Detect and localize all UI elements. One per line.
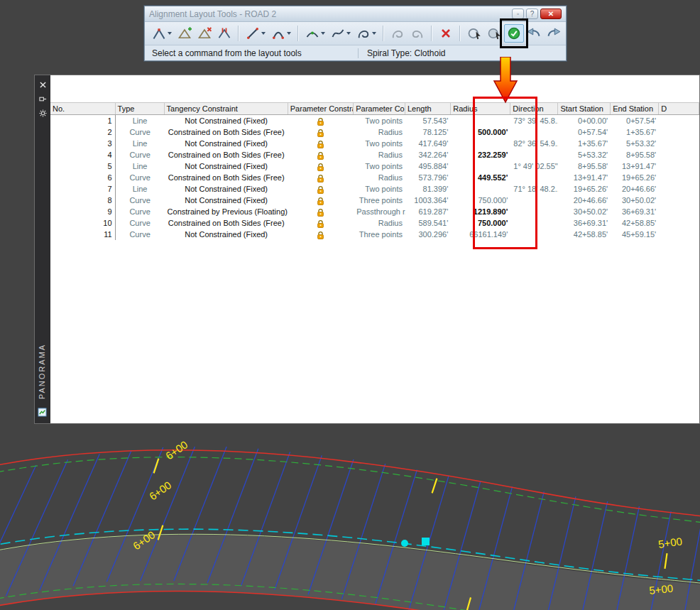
table-row[interactable]: 11CurveNot Constrained (Fixed)Three poin… (50, 229, 699, 240)
column-header[interactable]: Parameter Constrain... (288, 103, 354, 114)
cell-radius[interactable]: 449.552' (451, 172, 510, 183)
lock-icon[interactable] (317, 197, 324, 206)
dropdown-caret[interactable] (168, 32, 172, 35)
lock-icon[interactable] (317, 117, 324, 126)
lock-icon[interactable] (317, 208, 324, 217)
spiral-in-button-disabled[interactable] (388, 24, 408, 43)
select-subentity-button[interactable] (484, 24, 504, 43)
cell-tangency: Constrained on Both Sides (Free) (165, 149, 288, 160)
table-row[interactable]: 7LineNot Constrained (Fixed)Two points81… (50, 183, 699, 195)
column-header[interactable]: Start Station (558, 103, 611, 114)
table-row[interactable]: 3LineNot Constrained (Fixed)Two points41… (50, 138, 699, 149)
dropdown-caret[interactable] (321, 32, 325, 35)
cell-type: Line (116, 138, 165, 149)
column-header[interactable]: No. (50, 103, 116, 114)
table-row[interactable]: 6CurveConstrained on Both Sides (Free)Ra… (50, 172, 699, 183)
column-header[interactable]: Type (116, 103, 165, 114)
cell-tangency: Constrained on Both Sides (Free) (165, 172, 288, 183)
spiral-tool-button[interactable] (354, 24, 379, 43)
dropdown-caret[interactable] (372, 32, 376, 35)
table-row[interactable]: 10CurveConstrained on Both Sides (Free)R… (50, 217, 699, 229)
dropdown-caret[interactable] (261, 32, 266, 35)
toolbar-titlebar[interactable]: Alignment Layout Tools - ROAD 2 ◦ ? ✕ (145, 6, 566, 22)
column-header[interactable]: D (659, 103, 699, 114)
cell-tangency: Not Constrained (Fixed) (165, 115, 288, 126)
column-header[interactable]: Radius (451, 103, 510, 114)
column-header[interactable]: Tangency Constraint (165, 103, 288, 114)
column-header[interactable]: End Station (611, 103, 659, 114)
toolbar-separator (383, 26, 384, 41)
lock-icon[interactable] (317, 231, 324, 240)
cell-length: 589.541' (405, 217, 451, 229)
cell-lock (288, 138, 354, 149)
lock-icon[interactable] (317, 151, 324, 160)
cell-length: 495.884' (405, 160, 451, 172)
break-apart-pi-button[interactable] (214, 24, 234, 43)
cell-radius[interactable]: 750.000' (451, 217, 510, 229)
curve-tool-icon (271, 26, 285, 40)
pin-button[interactable]: ◦ (512, 9, 524, 19)
delete-pi-button[interactable] (195, 24, 214, 43)
column-header[interactable]: Length (405, 103, 451, 114)
reverse-curve-button[interactable] (328, 24, 354, 43)
table-row[interactable]: 9CurveConstrained by Previous (Floating)… (50, 206, 699, 217)
dropdown-caret[interactable] (287, 32, 291, 35)
alignment-table-body: 1LineNot Constrained (Fixed)Two points57… (50, 115, 699, 240)
cell-type: Line (116, 160, 165, 172)
cell-parameter: Radius (354, 172, 405, 183)
undo-button[interactable] (524, 24, 544, 43)
pin-icon[interactable] (37, 93, 48, 104)
panorama-tab-label: PANORAMA (38, 344, 46, 399)
cell-length: 573.796' (405, 172, 451, 183)
line-tool-button[interactable] (243, 24, 268, 43)
cell-extra (659, 160, 699, 172)
free-curve-fillet-button[interactable] (302, 24, 328, 43)
table-row[interactable]: 5LineNot Constrained (Fixed)Two points49… (50, 160, 699, 172)
model-space-canvas[interactable]: 6+006+006+005+005+00 (0, 425, 700, 610)
lock-icon[interactable] (317, 185, 324, 195)
cell-radius (451, 183, 510, 195)
cell-end-station: 13+91.47' (611, 160, 659, 172)
dropdown-caret[interactable] (346, 32, 351, 35)
cell-no: 4 (50, 149, 116, 160)
break-apart-pi-icon (217, 26, 231, 40)
lock-icon[interactable] (317, 174, 324, 183)
help-button[interactable]: ? (526, 9, 538, 19)
delete-entity-button[interactable] (436, 24, 456, 43)
cell-radius (451, 160, 510, 172)
curve-tool-button[interactable] (268, 24, 294, 43)
lock-icon[interactable] (317, 140, 324, 149)
table-row[interactable]: 1LineNot Constrained (Fixed)Two points57… (50, 115, 699, 126)
cell-radius[interactable]: 500.000' (451, 126, 510, 138)
gear-icon[interactable] (37, 107, 48, 119)
cell-extra (659, 229, 699, 240)
table-row[interactable]: 4CurveConstrained on Both Sides (Free)Ra… (50, 149, 699, 160)
pick-subentity-button[interactable] (464, 24, 484, 43)
insert-pi-button[interactable] (175, 24, 195, 43)
close-button[interactable]: ✕ (540, 9, 562, 19)
lock-icon[interactable] (317, 129, 324, 138)
cell-radius (451, 115, 510, 126)
panorama-badge-icon[interactable] (38, 407, 47, 420)
toolbar-separator (297, 26, 299, 41)
circular-grip[interactable] (401, 540, 408, 547)
spiral-out-button-disabled[interactable] (408, 24, 427, 43)
column-header[interactable]: Parameter Co... (354, 103, 405, 114)
lock-icon[interactable] (317, 219, 324, 229)
cell-no: 1 (50, 115, 116, 126)
lock-icon[interactable] (317, 163, 324, 172)
redo-button[interactable] (544, 24, 564, 43)
cell-length: 619.287' (405, 206, 451, 217)
cell-radius[interactable]: 1219.890' (451, 206, 510, 217)
square-grip[interactable] (422, 538, 430, 545)
cell-lock (288, 172, 354, 183)
subentity-editor-button[interactable] (504, 24, 524, 43)
table-row[interactable]: 8CurveNot Constrained (Fixed)Three point… (50, 195, 699, 206)
cell-radius[interactable]: 232.259' (451, 149, 510, 160)
close-icon[interactable] (37, 79, 48, 90)
tangent-tangent-tool-button[interactable] (149, 24, 175, 43)
toolbar-icon-row (145, 22, 566, 45)
column-header[interactable]: Direction (510, 103, 558, 114)
table-row[interactable]: 2CurveConstrained on Both Sides (Free)Ra… (50, 126, 699, 138)
cell-type: Curve (116, 195, 165, 206)
